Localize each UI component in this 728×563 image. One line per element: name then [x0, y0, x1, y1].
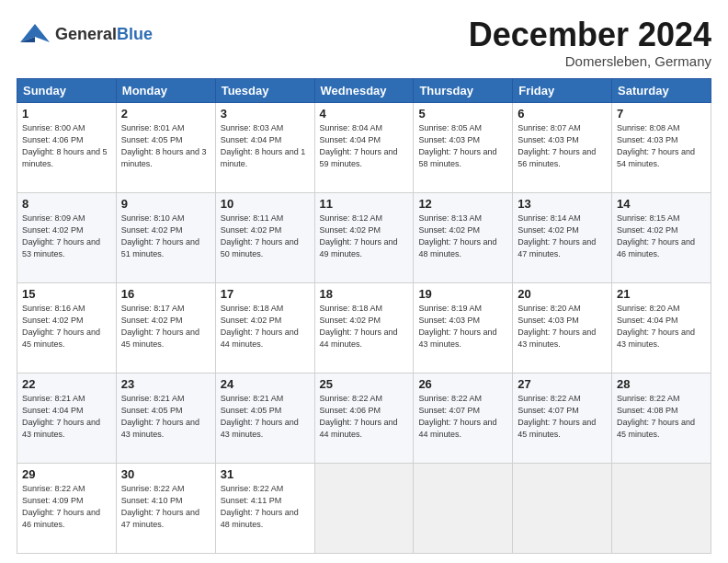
header: GeneralBlue December 2024 Domersleben, G…: [17, 17, 711, 69]
day-number: 29: [22, 467, 111, 481]
logo-icon: [17, 17, 51, 52]
day-number: 21: [617, 287, 706, 301]
table-row: 28Sunrise: 8:22 AMSunset: 4:08 PMDayligh…: [612, 373, 711, 463]
table-row: 9Sunrise: 8:10 AMSunset: 4:02 PMDaylight…: [116, 192, 215, 282]
day-info: Sunrise: 8:17 AMSunset: 4:02 PMDaylight:…: [121, 303, 210, 350]
day-info: Sunrise: 8:04 AMSunset: 4:04 PMDaylight:…: [320, 122, 409, 170]
day-number: 30: [121, 467, 210, 481]
day-info: Sunrise: 8:05 AMSunset: 4:03 PMDaylight:…: [418, 122, 507, 170]
table-row: 2Sunrise: 8:01 AMSunset: 4:05 PMDaylight…: [116, 102, 215, 192]
day-info: Sunrise: 8:21 AMSunset: 4:05 PMDaylight:…: [221, 393, 310, 441]
col-thursday: Thursday: [414, 78, 513, 102]
day-number: 28: [617, 377, 706, 391]
day-number: 13: [518, 197, 607, 211]
day-info: Sunrise: 8:18 AMSunset: 4:02 PMDaylight:…: [320, 303, 409, 350]
day-info: Sunrise: 8:22 AMSunset: 4:08 PMDaylight:…: [617, 393, 706, 441]
day-number: 4: [320, 107, 409, 121]
day-number: 12: [418, 197, 507, 211]
day-info: Sunrise: 8:13 AMSunset: 4:02 PMDaylight:…: [418, 213, 507, 260]
col-sunday: Sunday: [17, 78, 117, 102]
week-row-1: 1Sunrise: 8:00 AMSunset: 4:06 PMDaylight…: [17, 102, 711, 192]
day-info: Sunrise: 8:20 AMSunset: 4:04 PMDaylight:…: [617, 303, 706, 350]
table-row: 27Sunrise: 8:22 AMSunset: 4:07 PMDayligh…: [513, 373, 612, 463]
table-row: 22Sunrise: 8:21 AMSunset: 4:04 PMDayligh…: [17, 373, 117, 463]
day-info: Sunrise: 8:20 AMSunset: 4:03 PMDaylight:…: [518, 303, 607, 350]
table-row: 12Sunrise: 8:13 AMSunset: 4:02 PMDayligh…: [414, 192, 513, 282]
week-row-4: 22Sunrise: 8:21 AMSunset: 4:04 PMDayligh…: [17, 373, 711, 463]
table-row: 17Sunrise: 8:18 AMSunset: 4:02 PMDayligh…: [215, 282, 314, 373]
table-row: 11Sunrise: 8:12 AMSunset: 4:02 PMDayligh…: [314, 192, 414, 282]
day-number: 10: [221, 197, 310, 211]
table-row: 26Sunrise: 8:22 AMSunset: 4:07 PMDayligh…: [414, 373, 513, 463]
day-info: Sunrise: 8:12 AMSunset: 4:02 PMDaylight:…: [320, 213, 409, 260]
table-row: 10Sunrise: 8:11 AMSunset: 4:02 PMDayligh…: [215, 192, 314, 282]
day-info: Sunrise: 8:16 AMSunset: 4:02 PMDaylight:…: [22, 303, 111, 350]
location: Domersleben, Germany: [469, 53, 711, 69]
day-number: 19: [418, 287, 507, 301]
day-number: 6: [518, 107, 607, 121]
header-row: Sunday Monday Tuesday Wednesday Thursday…: [17, 78, 711, 102]
week-row-2: 8Sunrise: 8:09 AMSunset: 4:02 PMDaylight…: [17, 192, 711, 282]
day-number: 16: [121, 287, 210, 301]
col-friday: Friday: [513, 78, 612, 102]
day-info: Sunrise: 8:01 AMSunset: 4:05 PMDaylight:…: [121, 122, 210, 170]
table-row: 18Sunrise: 8:18 AMSunset: 4:02 PMDayligh…: [314, 282, 414, 373]
table-row: 21Sunrise: 8:20 AMSunset: 4:04 PMDayligh…: [612, 282, 711, 373]
col-wednesday: Wednesday: [314, 78, 414, 102]
day-number: 22: [22, 377, 111, 391]
table-row: 30Sunrise: 8:22 AMSunset: 4:10 PMDayligh…: [116, 463, 215, 553]
day-info: Sunrise: 8:15 AMSunset: 4:02 PMDaylight:…: [617, 213, 706, 260]
day-info: Sunrise: 8:03 AMSunset: 4:04 PMDaylight:…: [221, 122, 310, 170]
day-info: Sunrise: 8:00 AMSunset: 4:06 PMDaylight:…: [22, 122, 111, 170]
day-info: Sunrise: 8:08 AMSunset: 4:03 PMDaylight:…: [617, 122, 706, 170]
table-row: 24Sunrise: 8:21 AMSunset: 4:05 PMDayligh…: [215, 373, 314, 463]
day-number: 18: [320, 287, 409, 301]
day-info: Sunrise: 8:09 AMSunset: 4:02 PMDaylight:…: [22, 213, 111, 260]
day-number: 26: [418, 377, 507, 391]
day-number: 25: [320, 377, 409, 391]
day-number: 24: [221, 377, 310, 391]
table-row: [612, 463, 711, 553]
day-number: 31: [221, 467, 310, 481]
day-info: Sunrise: 8:22 AMSunset: 4:09 PMDaylight:…: [22, 483, 111, 531]
day-info: Sunrise: 8:22 AMSunset: 4:10 PMDaylight:…: [121, 483, 210, 531]
table-row: 7Sunrise: 8:08 AMSunset: 4:03 PMDaylight…: [612, 102, 711, 192]
day-info: Sunrise: 8:11 AMSunset: 4:02 PMDaylight:…: [221, 213, 310, 260]
day-info: Sunrise: 8:22 AMSunset: 4:07 PMDaylight:…: [518, 393, 607, 441]
day-number: 1: [22, 107, 111, 121]
calendar-table: Sunday Monday Tuesday Wednesday Thursday…: [17, 78, 711, 554]
table-row: 14Sunrise: 8:15 AMSunset: 4:02 PMDayligh…: [612, 192, 711, 282]
col-monday: Monday: [116, 78, 215, 102]
table-row: 19Sunrise: 8:19 AMSunset: 4:03 PMDayligh…: [414, 282, 513, 373]
table-row: 5Sunrise: 8:05 AMSunset: 4:03 PMDaylight…: [414, 102, 513, 192]
table-row: 23Sunrise: 8:21 AMSunset: 4:05 PMDayligh…: [116, 373, 215, 463]
day-info: Sunrise: 8:22 AMSunset: 4:06 PMDaylight:…: [320, 393, 409, 441]
day-number: 8: [22, 197, 111, 211]
day-number: 14: [617, 197, 706, 211]
day-number: 7: [617, 107, 706, 121]
week-row-3: 15Sunrise: 8:16 AMSunset: 4:02 PMDayligh…: [17, 282, 711, 373]
day-info: Sunrise: 8:10 AMSunset: 4:02 PMDaylight:…: [121, 213, 210, 260]
day-info: Sunrise: 8:21 AMSunset: 4:05 PMDaylight:…: [121, 393, 210, 441]
logo-text-blue: Blue: [117, 25, 153, 43]
day-number: 11: [320, 197, 409, 211]
day-info: Sunrise: 8:22 AMSunset: 4:07 PMDaylight:…: [418, 393, 507, 441]
table-row: 4Sunrise: 8:04 AMSunset: 4:04 PMDaylight…: [314, 102, 414, 192]
col-saturday: Saturday: [612, 78, 711, 102]
day-number: 3: [221, 107, 310, 121]
day-number: 23: [121, 377, 210, 391]
day-number: 20: [518, 287, 607, 301]
col-tuesday: Tuesday: [215, 78, 314, 102]
table-row: 13Sunrise: 8:14 AMSunset: 4:02 PMDayligh…: [513, 192, 612, 282]
week-row-5: 29Sunrise: 8:22 AMSunset: 4:09 PMDayligh…: [17, 463, 711, 553]
day-info: Sunrise: 8:14 AMSunset: 4:02 PMDaylight:…: [518, 213, 607, 260]
day-number: 27: [518, 377, 607, 391]
day-info: Sunrise: 8:22 AMSunset: 4:11 PMDaylight:…: [221, 483, 310, 531]
table-row: 1Sunrise: 8:00 AMSunset: 4:06 PMDaylight…: [17, 102, 117, 192]
day-number: 5: [418, 107, 507, 121]
day-info: Sunrise: 8:18 AMSunset: 4:02 PMDaylight:…: [221, 303, 310, 350]
logo-text-general: GeneralBlue: [55, 25, 153, 44]
table-row: 25Sunrise: 8:22 AMSunset: 4:06 PMDayligh…: [314, 373, 414, 463]
day-info: Sunrise: 8:07 AMSunset: 4:03 PMDaylight:…: [518, 122, 607, 170]
day-number: 15: [22, 287, 111, 301]
